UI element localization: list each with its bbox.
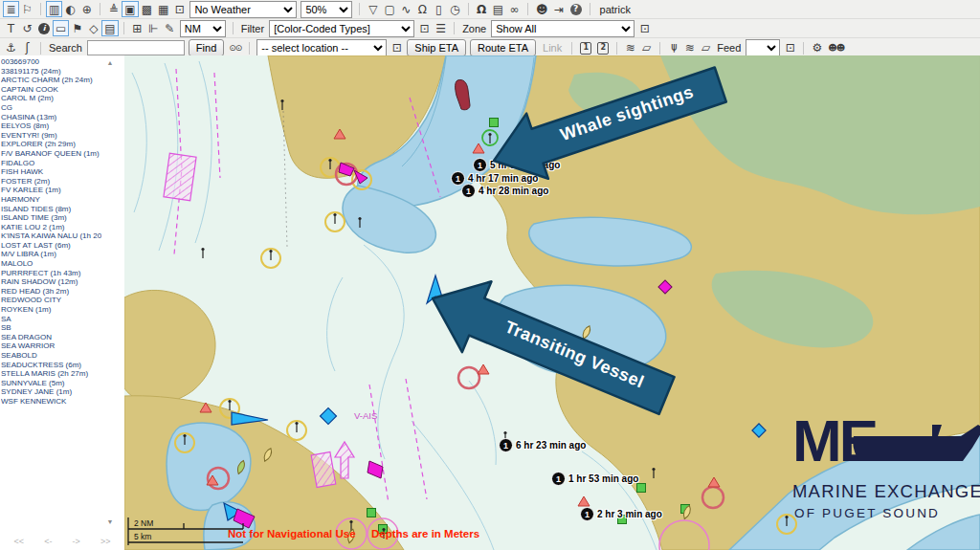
orca-icon[interactable]: ʃ bbox=[19, 40, 35, 56]
feed-settings-icon[interactable]: ⊡ bbox=[782, 40, 798, 56]
whale-sighting-marker[interactable]: 1 4 hr 28 min ago bbox=[461, 184, 548, 198]
screencast-icon[interactable]: ▱ bbox=[698, 40, 714, 56]
vessel-list-item[interactable]: SYDNEY JANE (1m) bbox=[1, 387, 101, 397]
info-icon[interactable]: i bbox=[35, 20, 53, 36]
location-select[interactable]: -- select location -- bbox=[256, 39, 387, 56]
clock-icon[interactable]: ◷ bbox=[447, 1, 463, 17]
broadcast-icon[interactable]: ≋ bbox=[622, 40, 638, 56]
vessel-list-item[interactable]: WSF KENNEWICK bbox=[1, 397, 101, 407]
vessel-list-item[interactable]: CAROL M (2m) bbox=[1, 94, 101, 103]
globe-grid-icon[interactable]: ⊕ bbox=[78, 1, 95, 17]
vessel-list-item[interactable]: CHASINA (13m) bbox=[1, 113, 101, 122]
sitemap-icon[interactable]: ⋔ bbox=[665, 40, 681, 56]
vessel-draft-icon[interactable]: ≜ bbox=[105, 1, 122, 17]
filter-settings-icon[interactable]: ⊡ bbox=[416, 20, 433, 36]
tiles-icon[interactable]: ▦ bbox=[155, 1, 171, 17]
vessel-list-item[interactable]: 338191175 (24m) bbox=[1, 67, 101, 77]
route-nodes-icon[interactable]: ∿ bbox=[398, 1, 414, 17]
rss-icon[interactable]: ≋ bbox=[681, 40, 698, 56]
draw-icon[interactable]: ✎ bbox=[162, 20, 178, 36]
vessel-list-item[interactable]: SUNNYVALE (5m) bbox=[1, 379, 101, 388]
find-button[interactable]: Find bbox=[189, 39, 224, 56]
vessel-list-item[interactable]: K'INSTA KAIWA NALU (1h 20m) bbox=[1, 231, 101, 241]
documents-icon[interactable]: ▤ bbox=[490, 1, 506, 17]
zone-select[interactable]: Show All bbox=[491, 20, 635, 37]
unit-select[interactable]: NM bbox=[180, 20, 226, 37]
filter-select[interactable]: [Color-Coded Types] bbox=[269, 20, 414, 37]
vessel-list-item[interactable]: HARMONY bbox=[1, 195, 101, 205]
ferry-icon[interactable]: ⚓ bbox=[3, 40, 19, 56]
measure-icon[interactable]: ⊩ bbox=[145, 20, 162, 36]
vessel-list-item[interactable]: SA bbox=[1, 315, 101, 324]
vessel-list-item[interactable]: CG bbox=[1, 103, 101, 113]
help-icon[interactable]: ? bbox=[568, 1, 585, 17]
list-view-icon[interactable]: ▤ bbox=[101, 20, 118, 36]
vessel-list-item[interactable]: SEADUCKTRESS (6m) bbox=[1, 361, 101, 370]
scroll-down-icon[interactable]: ▼ bbox=[103, 518, 117, 525]
filter-list-icon[interactable]: ☰ bbox=[433, 20, 449, 36]
vessel-list-item[interactable]: ISLAND TIDES (8m) bbox=[1, 205, 101, 214]
globe-icon[interactable]: ◐ bbox=[62, 1, 78, 17]
vessel-list-item[interactable]: KATIE LOU 2 (1m) bbox=[1, 223, 101, 232]
vessel-list-item[interactable]: M/V LIBRA (1m) bbox=[1, 250, 101, 259]
text-tool-icon[interactable]: T bbox=[3, 20, 19, 36]
gear-icon[interactable]: ⚙ bbox=[809, 40, 825, 56]
callout-icon[interactable]: ▭ bbox=[53, 20, 69, 36]
vessel-list-item[interactable]: FOSTER (2m) bbox=[1, 177, 101, 187]
sidebar-scrollbar[interactable]: ▲ ▼ bbox=[103, 57, 117, 527]
users-icon[interactable]: ☻☻ bbox=[825, 40, 847, 56]
vessel-list-item[interactable]: SEABOLD bbox=[1, 351, 101, 361]
pager-button[interactable]: >> bbox=[100, 537, 111, 546]
vessel-list-item[interactable]: PURRRFECT (1h 43m) bbox=[1, 269, 101, 278]
vessel-list-item[interactable]: SEA WARRIOR bbox=[1, 341, 101, 351]
flag-icon[interactable]: ⚐ bbox=[19, 1, 35, 17]
vessel-list-item[interactable]: ISLAND TIME (3m) bbox=[1, 213, 101, 223]
vessel-list-item[interactable]: RED HEAD (3h 2m) bbox=[1, 287, 101, 297]
pager-button[interactable]: << bbox=[14, 537, 25, 546]
pager-button[interactable]: <- bbox=[44, 537, 52, 546]
route-eta-button[interactable]: Route ETA bbox=[470, 39, 536, 56]
binoculars-icon[interactable]: ⊙⊙ bbox=[226, 40, 244, 56]
vessel-list-item[interactable]: REDWOOD CITY bbox=[1, 296, 101, 305]
ship-eta-button[interactable]: Ship ETA bbox=[407, 39, 466, 56]
vessel-list-item[interactable]: 003669700 bbox=[1, 57, 101, 67]
select-area-icon[interactable]: ▢ bbox=[381, 1, 397, 17]
vessel-list-item[interactable]: ROYKEN (1m) bbox=[1, 305, 101, 315]
pin-icon[interactable]: ⚑ bbox=[69, 20, 85, 36]
user-icon[interactable]: ☻ bbox=[533, 1, 551, 17]
scroll-up-icon[interactable]: ▲ bbox=[103, 59, 117, 66]
vessel-list-item[interactable]: EVENTYR! (9m) bbox=[1, 131, 101, 141]
pager-button[interactable]: -> bbox=[73, 537, 80, 546]
vessel-box-shaded-icon[interactable]: ▩ bbox=[139, 1, 155, 17]
undo-icon[interactable]: ↺ bbox=[19, 20, 35, 36]
filter-funnel-icon[interactable]: ▽ bbox=[365, 1, 381, 17]
voicemail-icon[interactable]: ∞ bbox=[506, 1, 523, 17]
layers-icon[interactable]: ≣ bbox=[3, 1, 19, 17]
vessel-list-item[interactable]: MALOLO bbox=[1, 259, 101, 269]
window-2-icon[interactable]: 2 bbox=[594, 40, 612, 56]
logout-icon[interactable]: ⇥ bbox=[551, 1, 568, 17]
vessel-list-item[interactable]: STELLA MARIS (2h 27m) bbox=[1, 369, 101, 379]
whale-sighting-marker[interactable]: 1 6 hr 23 min ago bbox=[499, 438, 586, 452]
location-settings-icon[interactable]: ⊡ bbox=[389, 40, 405, 56]
whale-sighting-marker[interactable]: 1 1 hr 53 min ago bbox=[551, 472, 638, 486]
document-icon[interactable]: ▯ bbox=[431, 1, 447, 17]
vessel-list-item[interactable]: ARCTIC CHARM (2h 24m) bbox=[1, 76, 101, 85]
vessel-list-item[interactable]: EXPLORER (2h 29m) bbox=[1, 140, 101, 149]
bell-icon[interactable]: Ω bbox=[414, 1, 431, 17]
weather-select[interactable]: No Weather bbox=[189, 1, 297, 18]
zone-settings-icon[interactable]: ⊡ bbox=[636, 20, 653, 36]
window-1-icon[interactable]: 1 bbox=[577, 40, 594, 56]
map-canvas[interactable]: V-AIS bbox=[124, 55, 980, 550]
vessel-list-item[interactable]: FISH HAWK bbox=[1, 167, 101, 177]
vessel-list-item[interactable]: FIDALGO bbox=[1, 159, 101, 168]
whale-sighting-marker[interactable]: 1 2 hr 3 min ago bbox=[580, 507, 662, 521]
vessel-box-icon[interactable]: ▣ bbox=[122, 1, 138, 17]
feed-select[interactable] bbox=[746, 39, 780, 56]
vessel-list-item[interactable]: SEA DRAGON bbox=[1, 333, 101, 342]
whale-sighting-marker[interactable]: 1 5 hr 53 min ago bbox=[473, 158, 560, 172]
cast-icon[interactable]: ▱ bbox=[638, 40, 655, 56]
zoom-select[interactable]: 50% bbox=[301, 1, 352, 18]
vessel-list-item[interactable]: SB bbox=[1, 323, 101, 333]
vessel-list-item[interactable]: CAPTAIN COOK bbox=[1, 85, 101, 95]
